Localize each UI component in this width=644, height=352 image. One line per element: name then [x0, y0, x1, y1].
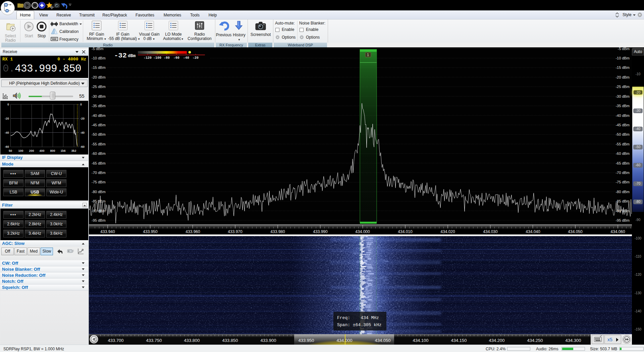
svg-text:1: 1	[367, 53, 369, 57]
svg-text:-30 dBm: -30 dBm	[615, 94, 630, 98]
svg-text:-45 dBm: -45 dBm	[92, 123, 106, 127]
svg-text:-25 dBm: -25 dBm	[615, 85, 630, 89]
svg-text:-75 dBm: -75 dBm	[92, 180, 106, 184]
svg-text:400: 400	[39, 149, 44, 152]
svg-text:-75 dBm: -75 dBm	[615, 180, 630, 184]
svg-text:-100: -100	[153, 56, 161, 60]
svg-text:-15 dBm: -15 dBm	[92, 65, 106, 70]
svg-text:-65 dBm: -65 dBm	[92, 161, 106, 165]
svg-text:-20: -20	[193, 56, 199, 60]
svg-text:-80 dBm: -80 dBm	[615, 190, 630, 194]
svg-text:-55 dBm: -55 dBm	[615, 142, 630, 146]
svg-text:-40 dBm: -40 dBm	[92, 114, 106, 118]
svg-text:-35 dBm: -35 dBm	[92, 104, 106, 108]
svg-text:-65 dBm: -65 dBm	[615, 161, 630, 165]
svg-text:-50 dBm: -50 dBm	[92, 132, 106, 136]
svg-text:-10 dBm: -10 dBm	[92, 56, 106, 60]
svg-text:-30 dBm: -30 dBm	[92, 94, 106, 98]
svg-text:-15 dBm: -15 dBm	[615, 65, 630, 70]
svg-text:-120: -120	[144, 56, 152, 60]
svg-text:800: 800	[50, 149, 55, 152]
svg-text:50: 50	[9, 149, 12, 152]
svg-text:-55 dBm: -55 dBm	[92, 142, 106, 146]
svg-text:-32: -32	[114, 52, 127, 59]
svg-text:-45 dBm: -45 dBm	[615, 123, 630, 127]
svg-text:-40: -40	[80, 131, 85, 134]
svg-text:200: 200	[29, 149, 34, 152]
svg-text:-40 dBm: -40 dBm	[615, 114, 630, 118]
svg-text:-20 dBm: -20 dBm	[92, 75, 106, 79]
svg-text:-95 dBm: -95 dBm	[615, 218, 630, 222]
svg-text:-40: -40	[5, 131, 9, 134]
svg-text:-20: -20	[80, 117, 85, 120]
svg-text:-5 dBm: -5 dBm	[92, 47, 103, 51]
svg-text:-70 dBm: -70 dBm	[615, 171, 630, 175]
svg-text:-95 dBm: -95 dBm	[92, 218, 106, 222]
svg-text:-40: -40	[183, 56, 189, 60]
svg-text:-60 dBm: -60 dBm	[615, 151, 630, 156]
svg-text:dBm: dBm	[128, 53, 136, 58]
svg-text:0: 0	[7, 103, 9, 106]
svg-text:-20 dBm: -20 dBm	[615, 75, 630, 79]
svg-text:-60 dBm: -60 dBm	[92, 151, 106, 156]
svg-text:-35 dBm: -35 dBm	[615, 104, 630, 108]
svg-text:3k2: 3k2	[71, 149, 76, 152]
svg-text:-60: -60	[173, 56, 179, 60]
svg-text:-80 dBm: -80 dBm	[92, 190, 106, 194]
svg-text:-25 dBm: -25 dBm	[92, 85, 106, 89]
svg-text:0: 0	[80, 103, 82, 106]
svg-text:100: 100	[18, 149, 23, 152]
svg-text:-60: -60	[5, 145, 9, 148]
svg-text:-20: -20	[5, 117, 9, 120]
svg-text:-80: -80	[164, 56, 170, 60]
svg-text:1k6: 1k6	[60, 149, 65, 152]
svg-text:-70 dBm: -70 dBm	[92, 171, 106, 175]
svg-text:-5 dBm: -5 dBm	[618, 47, 630, 51]
svg-text:-60: -60	[80, 145, 85, 148]
svg-text:-50 dBm: -50 dBm	[615, 132, 630, 136]
svg-text:-10 dBm: -10 dBm	[615, 56, 630, 60]
